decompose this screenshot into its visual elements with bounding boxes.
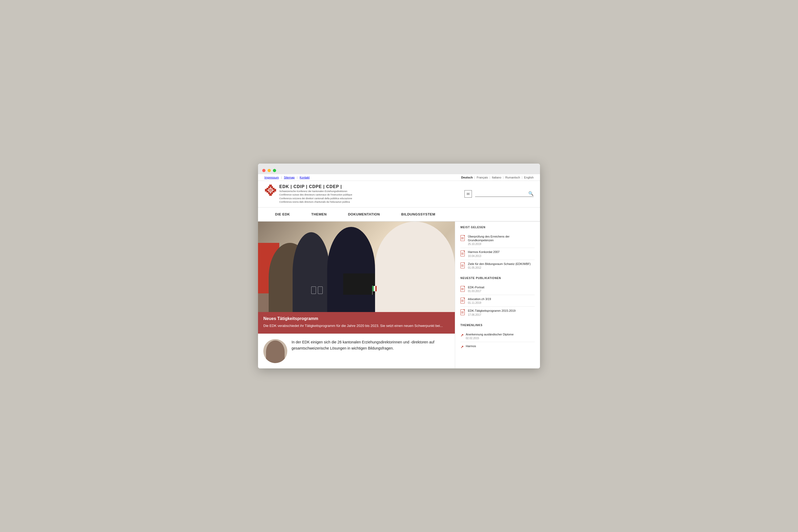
lang-italiano[interactable]: Italiano: [492, 176, 501, 179]
svg-rect-7: [267, 188, 269, 190]
svg-rect-15: [267, 190, 274, 191]
header-bar: EDK | CDIP | CDPE | CDEP | Schweizerisch…: [258, 181, 540, 208]
sep1: |: [281, 176, 282, 179]
hero-area: Neues Tätigkeitsprogramm Die EDK verabsc…: [258, 222, 455, 369]
meist-gelesen-section: MEIST GELESEN Überprüfung des Erreichens…: [460, 226, 535, 271]
item-title-1: Überprüfung des Erreichens der Grundkomp…: [468, 234, 535, 242]
close-button[interactable]: [262, 169, 265, 172]
browser-chrome: [258, 164, 540, 174]
logo-area[interactable]: EDK | CDIP | CDPE | CDEP | Schweizerisch…: [264, 184, 352, 204]
pub-date-2: 01.11.2019: [468, 301, 535, 304]
nav-themen[interactable]: THEMEN: [301, 208, 337, 221]
item-title-3: Ziele für den Bildungsraum Schweiz (EDK/…: [468, 262, 535, 266]
pub-text-2: éducation.ch 3/19 01.11.2019: [468, 297, 535, 304]
doc-icon-3: [460, 263, 466, 269]
svg-rect-9: [272, 188, 274, 190]
themenlink-item-2[interactable]: ↗ Harmos: [460, 342, 535, 351]
theme-text-1: Anerkennung ausländischer Diplome 02.02.…: [466, 332, 535, 340]
pub-title-1: EDK-Portrait: [468, 285, 535, 289]
browser-window: Impressum | Sitemap | Kontakt Deutsch | …: [258, 164, 540, 368]
lang-deutsch[interactable]: Deutsch: [461, 176, 473, 179]
theme-title-2: Harmos: [466, 344, 535, 348]
logo-subtitle: Schweizerische Konferenz der kantonalen …: [279, 190, 352, 204]
theme-date-1: 02.02.2015: [466, 337, 535, 340]
edk-logo-icon: [264, 184, 277, 196]
doc-icon-6: [460, 309, 466, 316]
meist-gelesen-item-1[interactable]: Überprüfung des Erreichens der Grundkomp…: [460, 232, 535, 248]
theme-text-2: Harmos: [466, 344, 535, 348]
item-text-2: Harmos Konkordat 2007 10.04.2013: [468, 250, 535, 257]
hero-image: [258, 222, 455, 312]
meist-gelesen-item-3[interactable]: Ziele für den Bildungsraum Schweiz (EDK/…: [460, 260, 535, 271]
arrow-icon-2: ↗: [460, 345, 464, 349]
doc-icon-1: [460, 235, 466, 242]
sidebar: MEIST GELESEN Überprüfung des Erreichens…: [455, 222, 540, 369]
item-title-2: Harmos Konkordat 2007: [468, 250, 535, 254]
search-icon[interactable]: 🔍: [528, 191, 534, 196]
theme-title-1: Anerkennung ausländischer Diplome: [466, 332, 535, 336]
header-right: ✉ 🔍: [464, 190, 534, 198]
email-icon[interactable]: ✉: [464, 190, 472, 198]
logo-text: EDK | CDIP | CDPE | CDEP | Schweizerisch…: [279, 184, 352, 204]
person-avatar: [263, 339, 287, 363]
main-content: Neues Tätigkeitsprogramm Die EDK verabsc…: [258, 222, 540, 369]
item-text-3: Ziele für den Bildungsraum Schweiz (EDK/…: [468, 262, 535, 269]
lang-rumantsch[interactable]: Rumantsch: [505, 176, 520, 179]
hero-caption-title: Neues Tätigkeitsprogramm: [263, 316, 450, 321]
neueste-pub-item-1[interactable]: EDK-Portrait 01.03.2017: [460, 283, 535, 295]
hero-caption[interactable]: Neues Tätigkeitsprogramm Die EDK verabsc…: [258, 312, 455, 334]
neueste-pub-section: NEUESTE PUBLIKATIONEN EDK-Portrait 01.03…: [460, 277, 535, 318]
nav-bildungssystem[interactable]: BILDUNGSSYSTEM: [391, 208, 446, 221]
themenlink-item-1[interactable]: ↗ Anerkennung ausländischer Diplome 02.0…: [460, 330, 535, 342]
search-input[interactable]: [475, 191, 528, 195]
themenlinks-title: THEMENLINKS: [460, 324, 535, 328]
pub-text-3: EDK-Tätigkeitsprogramm 2015-2019 17.06.2…: [468, 309, 535, 316]
lower-content: In der EDK einigen sich die 26 kantonale…: [258, 334, 455, 368]
doc-icon-4: [460, 286, 466, 292]
doc-icon-5: [460, 298, 466, 304]
neueste-pub-title: NEUESTE PUBLIKATIONEN: [460, 277, 535, 281]
meta-bar: Impressum | Sitemap | Kontakt Deutsch | …: [258, 174, 540, 181]
themenlinks-section: THEMENLINKS ↗ Anerkennung ausländischer …: [460, 324, 535, 351]
item-text-1: Überprüfung des Erreichens der Grundkomp…: [468, 234, 535, 246]
search-box: 🔍: [475, 191, 534, 197]
item-date-2: 10.04.2013: [468, 254, 535, 258]
svg-rect-11: [268, 192, 270, 194]
minimize-button[interactable]: [268, 169, 271, 172]
impressum-link[interactable]: Impressum: [264, 176, 279, 179]
sep2: |: [297, 176, 298, 179]
pub-text-1: EDK-Portrait 01.03.2017: [468, 285, 535, 292]
pub-title-2: éducation.ch 3/19: [468, 297, 535, 301]
neueste-pub-item-2[interactable]: éducation.ch 3/19 01.11.2019: [460, 295, 535, 307]
nav-die-edk[interactable]: DIE EDK: [264, 208, 301, 221]
pub-title-3: EDK-Tätigkeitsprogramm 2015-2019: [468, 309, 535, 312]
kontakt-link[interactable]: Kontakt: [300, 176, 309, 179]
language-switcher: Deutsch | Français | Italiano | Rumantsc…: [461, 176, 534, 179]
lang-english[interactable]: English: [524, 176, 534, 179]
meist-gelesen-item-2[interactable]: Harmos Konkordat 2007 10.04.2013: [460, 248, 535, 260]
meta-links: Impressum | Sitemap | Kontakt: [264, 176, 310, 179]
lang-francais[interactable]: Français: [477, 176, 488, 179]
nav-dokumentation[interactable]: DOKUMENTATION: [337, 208, 391, 221]
item-date-3: 01.05.2012: [468, 266, 535, 269]
arrow-icon-1: ↗: [460, 333, 464, 337]
pub-date-1: 01.03.2017: [468, 290, 535, 292]
pub-date-3: 17.06.2017: [468, 314, 535, 316]
logo-title: EDK | CDIP | CDPE | CDEP |: [279, 184, 352, 190]
lower-text: In der EDK einigen sich die 26 kantonale…: [291, 339, 450, 351]
doc-icon-2: [460, 251, 466, 257]
hero-caption-text: Die EDK verabschiedet ihr Tätigkeitsprog…: [263, 323, 450, 328]
maximize-button[interactable]: [273, 169, 276, 172]
neueste-pub-item-3[interactable]: EDK-Tätigkeitsprogramm 2015-2019 17.06.2…: [460, 307, 535, 318]
meist-gelesen-title: MEIST GELESEN: [460, 226, 535, 230]
main-nav: DIE EDK THEMEN DOKUMENTATION BILDUNGSSYS…: [258, 208, 540, 222]
svg-rect-12: [271, 192, 273, 194]
sitemap-link[interactable]: Sitemap: [284, 176, 294, 179]
item-date-1: 25.10.2019: [468, 243, 535, 246]
